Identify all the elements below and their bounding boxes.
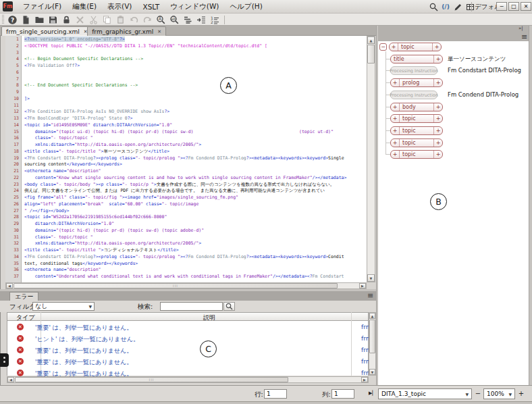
tree-node-topic[interactable]: +topic+	[390, 138, 443, 147]
code-line[interactable]: xmlns:ditaarch="http://dita.oasis-open.o…	[24, 142, 366, 149]
author-view-pen-icon[interactable]	[452, 1, 463, 12]
code-line[interactable]: align="left" placement="break" scale="60…	[24, 201, 366, 208]
application-dropdown[interactable]: DITA_1.3_topic ▼	[378, 388, 472, 399]
error-horizontal-scrollbar[interactable]: ◀ ⁞⁞⁞ ▶	[7, 376, 369, 383]
expand-plus-icon[interactable]: +	[433, 79, 442, 86]
tree-node-topic[interactable]: +topic+	[390, 126, 443, 135]
scroll-right-arrow[interactable]: ▶	[361, 377, 368, 382]
zoom-in-button[interactable]: +	[517, 389, 525, 399]
search-icon[interactable]	[428, 1, 439, 12]
filter-dropdown[interactable]: なし ▼	[32, 302, 95, 311]
code-line[interactable]	[24, 103, 366, 109]
expand-plus-icon[interactable]: +	[432, 43, 441, 51]
editor-hscroll-thumb[interactable]: ⁞⁞⁞	[14, 283, 338, 288]
close-button[interactable]: ✕	[521, 2, 531, 11]
code-line[interactable]: <!DOCTYPE topic PUBLIC "-//OASIS//DTD DI…	[24, 43, 366, 50]
error-row[interactable]: ✕'ヒント' は、列挙一覧にありません。frm	[7, 333, 368, 345]
scroll-left-arrow[interactable]: ◀	[7, 377, 14, 382]
code-line[interactable]: <?xml version="1.0" encoding="UTF-8"?>	[24, 36, 366, 43]
tree-node-body[interactable]: +body+	[390, 103, 443, 111]
document-tab-0[interactable]: frm_single_sourcing.xml✕	[1, 26, 92, 36]
code-line[interactable]: <othermeta name="description"	[24, 267, 366, 274]
editor-vscroll-thumb[interactable]	[367, 45, 375, 64]
save-icon[interactable]	[47, 15, 59, 25]
code-line[interactable]	[24, 89, 366, 96]
error-row[interactable]: ✕'重要' は、列挙一覧にありません。frm	[7, 322, 368, 333]
expand-plus-icon[interactable]: +	[433, 151, 442, 158]
find-icon[interactable]: A	[155, 15, 167, 25]
tree-node-topic[interactable]: +topic+	[390, 114, 443, 123]
code-line[interactable]: <topic id="id1495E0SM09E" ditaarch:DITAA…	[24, 122, 366, 129]
error-search-input[interactable]	[160, 302, 223, 311]
code-line[interactable]: <!-- End Document Specific Declarations …	[24, 82, 366, 89]
code-line[interactable]: <?Fm Validation Off?>	[24, 63, 366, 70]
form-view-icon[interactable]	[464, 1, 475, 12]
help-icon[interactable]: ?	[7, 15, 18, 25]
code-line[interactable]: content="Know what single sourcing conte…	[24, 175, 366, 182]
menu-item-4[interactable]: ウィンドウ(W)	[165, 2, 224, 11]
menu-item-1[interactable]: 編集(E)	[67, 2, 102, 11]
code-line[interactable]: <?Fm Condstart DITA-Prolog?><prolog clas…	[24, 254, 366, 261]
editor-horizontal-scrollbar[interactable]: ◀ ⁞⁞⁞ ▶	[5, 282, 367, 289]
menu-item-2[interactable]: 表示(V)	[102, 2, 137, 11]
code-line[interactable]: <title class="- topic/title ">コンディショナルテキ…	[24, 247, 366, 254]
editor-vertical-scrollbar[interactable]: ▲ ▼	[367, 36, 375, 282]
expand-plus-icon[interactable]: +	[391, 127, 400, 134]
zoom-out-button[interactable]: −	[474, 389, 482, 399]
code-line[interactable]: <!-- Begin Document Specific Declaration…	[24, 56, 366, 63]
expand-plus-icon[interactable]: +	[433, 55, 442, 63]
code-line[interactable]: ditaarch:DITAArchVersion="1.0"	[24, 221, 366, 228]
code-line[interactable]: domains="(topic hi-d) (topic pr-d) (topi…	[24, 228, 366, 234]
toolbar-grip[interactable]	[2, 15, 4, 24]
tree-node-title[interactable]: title+	[390, 55, 443, 64]
tree-node-topic[interactable]: +topic+	[389, 43, 442, 51]
zoom-dropdown[interactable]: 100% ▼	[483, 388, 515, 399]
code-line[interactable]: class="- topic/topic "	[24, 234, 366, 241]
expand-plus-icon[interactable]: +	[433, 139, 442, 147]
error-panel-menu-icon[interactable]: ≡	[367, 293, 373, 299]
code-line[interactable]: <?Fm BoolCondExpr "DITA-Prolog" State 0?…	[24, 116, 366, 122]
scroll-left-arrow[interactable]: ◀	[6, 283, 13, 288]
expand-plus-icon[interactable]: +	[433, 103, 442, 111]
tree-node-prolog[interactable]: +prolog+	[390, 78, 443, 87]
code-line[interactable]: <othermeta name="description"	[24, 168, 366, 175]
menu-item-0[interactable]: ファイル(F)	[18, 2, 67, 11]
expand-plus-icon[interactable]: +	[391, 151, 400, 158]
code-line[interactable]: <body class="- topic/body "><p class="- …	[24, 182, 366, 188]
menu-item-3[interactable]: XSLT	[137, 3, 165, 11]
column-number-field[interactable]: 1	[331, 389, 354, 399]
code-line[interactable]: domains="(topic ui-d) (topic hi-d) (topi…	[24, 129, 366, 136]
code-line[interactable]: <title class="- topic/title ">単一ソースコンテンツ…	[24, 149, 366, 155]
error-row[interactable]: ✕'重要' は、列挙一覧にありません。frm	[7, 345, 368, 356]
open-folder-icon[interactable]	[34, 15, 45, 25]
new-document-icon[interactable]	[20, 15, 32, 25]
expand-plus-icon[interactable]: +	[391, 79, 400, 86]
tree-panel-menu-icon[interactable]: ≡	[521, 34, 527, 41]
tab-close-icon[interactable]: ✕	[157, 29, 161, 34]
tree-node-topic[interactable]: +topic+	[390, 150, 443, 159]
collapse-panel-icon[interactable]: »|	[518, 26, 523, 32]
scroll-up-arrow[interactable]: ▲	[369, 313, 375, 319]
scroll-up-arrow[interactable]: ▲	[367, 36, 375, 44]
tree-collapse-button[interactable]: −	[379, 43, 387, 51]
code-line[interactable]: 例えば、同じ文書をオンラインで公開、または PDF に出力する必要がある場合です…	[24, 188, 366, 195]
expand-plus-icon[interactable]: +	[391, 103, 400, 111]
lock-icon[interactable]	[61, 15, 72, 25]
document-tab-1[interactable]: frm_graphics_gr.xml✕	[87, 26, 166, 36]
outline-view-icon[interactable]	[182, 15, 194, 25]
tree-node-processing-instruction[interactable]: Processing Instruction	[390, 91, 437, 99]
line-number-field[interactable]: 1	[264, 389, 287, 399]
code-line[interactable]: xmlns:ditaarch="http://dita.oasis-open.o…	[24, 241, 366, 247]
error-vertical-scrollbar[interactable]: ▲ ▼	[369, 312, 376, 376]
code-line[interactable]: content="Understand what conditional tex…	[24, 274, 366, 280]
menu-item-5[interactable]: ヘルプ(H)	[224, 2, 267, 11]
code-line[interactable]: class="- topic/topic "	[24, 135, 366, 142]
search-button[interactable]	[223, 302, 235, 311]
maximize-button[interactable]: □	[508, 2, 519, 11]
tab-errors[interactable]: エラー	[9, 292, 38, 301]
code-line[interactable]: <fig frame="all" class="- topic/fig "><i…	[24, 195, 366, 201]
find-replace-icon[interactable]: ab	[169, 15, 180, 25]
expand-plus-icon[interactable]: +	[390, 43, 398, 51]
code-line[interactable]	[24, 70, 366, 76]
code-line[interactable]: <?Fm Condition DITA-Prolog AsIs NO_OVERR…	[24, 109, 366, 116]
